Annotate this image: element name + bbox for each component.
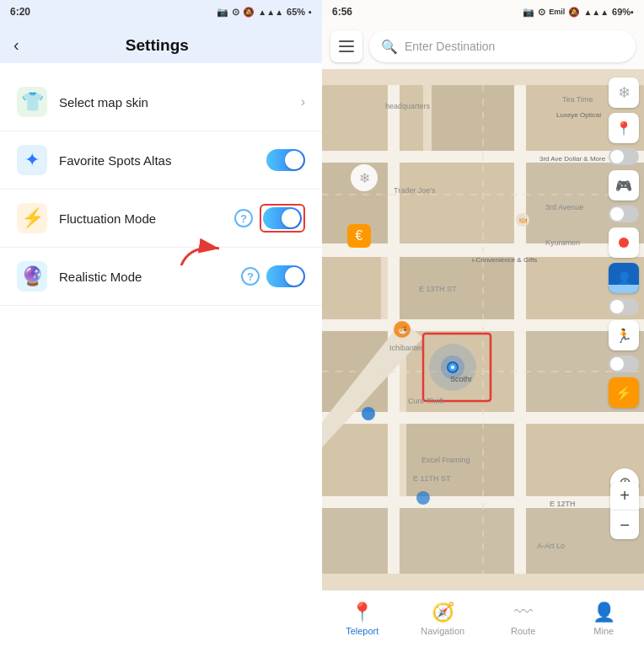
navigation-label: Navigation	[421, 626, 464, 636]
search-placeholder: Enter Destination	[405, 40, 495, 53]
side-toggle-1[interactable]	[609, 148, 639, 165]
status-bar-left: 6:20 📷⊙ 🔕 ▲▲▲ 65% ▪	[0, 0, 322, 24]
status-icons-right: 📷⊙ Emil 🔕 ▲▲▲ 69%▪	[523, 7, 634, 18]
map-search-header: 🔍 Enter Destination	[322, 24, 644, 69]
favorite-spots-label: Favorite Spots Altas	[59, 153, 266, 168]
fluctuation-toggle-highlight	[260, 204, 305, 233]
settings-item-map-skin[interactable]: 👕 Select map skin ›	[0, 73, 322, 131]
svg-text:3rd Avenue: 3rd Avenue	[545, 203, 583, 211]
settings-title: Settings	[26, 36, 288, 55]
nav-item-route[interactable]: 〰 Route	[483, 596, 564, 641]
menu-line-3	[339, 51, 354, 52]
boost-button[interactable]: ⚡	[609, 377, 639, 408]
svg-text:Tea Time: Tea Time	[562, 95, 593, 104]
back-button[interactable]: ‹	[13, 35, 19, 55]
map-side-controls: ❄ 📍 🎮 👤 🏃	[609, 78, 639, 408]
bottom-nav: 📍 Teleport 🧭 Navigation 〰 Route 👤 Mine	[322, 590, 644, 647]
svg-text:Trader Joe's: Trader Joe's	[394, 186, 436, 195]
zoom-controls: + −	[610, 482, 639, 539]
svg-rect-7	[322, 254, 381, 321]
fluctuation-help-icon[interactable]: ?	[234, 209, 253, 227]
svg-text:🍽: 🍽	[519, 217, 527, 225]
teleport-icon: 📍	[351, 602, 373, 623]
location-pin-button[interactable]: 📍	[609, 113, 639, 143]
status-icons-left: 📷⊙ 🔕 ▲▲▲ 65% ▪	[217, 7, 312, 18]
svg-text:Cure Thrift: Cure Thrift	[408, 397, 444, 405]
gamepad-button[interactable]: 🎮	[609, 170, 639, 201]
nav-item-navigation[interactable]: 🧭 Navigation	[403, 596, 484, 641]
settings-list: 👕 Select map skin › ✦ Favorite Spots Alt…	[0, 63, 322, 647]
settings-header: ‹ Settings	[0, 24, 322, 63]
run-button[interactable]: 🏃	[609, 320, 639, 350]
svg-text:3rd Ave Dollar & More: 3rd Ave Dollar & More	[539, 155, 606, 163]
realistic-label: Realistic Mode	[59, 270, 241, 284]
menu-line-1	[339, 40, 354, 42]
route-label: Route	[511, 626, 535, 636]
freeze-button[interactable]: ❄	[609, 78, 639, 108]
svg-text:❄: ❄	[359, 171, 370, 185]
svg-rect-5	[398, 161, 516, 245]
svg-text:Scothr: Scothr	[450, 375, 472, 383]
fluctuation-toggle[interactable]	[263, 207, 302, 229]
svg-point-32	[451, 366, 454, 369]
chevron-icon: ›	[301, 94, 305, 110]
svg-text:i-Convenience & Gifts: i-Convenience & Gifts	[472, 256, 537, 264]
menu-button[interactable]	[330, 30, 362, 62]
status-bar-right: 6:56 📷⊙ Emil 🔕 ▲▲▲ 69%▪	[322, 0, 644, 24]
navigation-icon: 🧭	[432, 602, 454, 623]
mine-icon: 👤	[593, 602, 615, 623]
favorite-spots-icon: ✦	[17, 145, 47, 175]
svg-text:E 13TH ST: E 13TH ST	[419, 285, 457, 293]
menu-line-2	[339, 45, 354, 47]
svg-text:Kyuramen: Kyuramen	[545, 238, 580, 247]
map-skin-icon: 👕	[17, 87, 47, 117]
side-toggle-4[interactable]	[609, 356, 639, 372]
time-left: 6:20	[10, 6, 30, 18]
svg-text:E 12TH: E 12TH	[550, 500, 576, 508]
zoom-in-button[interactable]: +	[610, 482, 639, 511]
nav-item-teleport[interactable]: 📍 Teleport	[322, 596, 403, 641]
mine-label: Mine	[593, 626, 614, 636]
svg-text:Excel Framing: Excel Framing	[421, 456, 470, 464]
teleport-label: Teleport	[346, 626, 378, 636]
svg-text:E 11TH ST: E 11TH ST	[413, 474, 451, 483]
avatar-button[interactable]: 👤	[609, 263, 639, 293]
map-canvas[interactable]: € ❄ E 13TH ST E 11TH ST E 12TH headquart…	[322, 69, 644, 590]
record-button[interactable]	[609, 227, 639, 258]
settings-item-favorite-spots[interactable]: ✦ Favorite Spots Altas	[0, 131, 322, 190]
svg-point-59	[416, 491, 430, 505]
settings-panel: 6:20 📷⊙ 🔕 ▲▲▲ 65% ▪ ‹ Settings 👕 Select …	[0, 0, 322, 647]
side-toggle-3[interactable]	[609, 298, 639, 315]
settings-item-realistic[interactable]: 🔮 Realistic Mode ?	[0, 248, 322, 306]
nav-item-mine[interactable]: 👤 Mine	[564, 596, 645, 641]
zoom-out-button[interactable]: −	[610, 511, 639, 539]
settings-item-fluctuation[interactable]: ⚡ Fluctuation Mode ?	[0, 190, 322, 248]
svg-text:headquarters: headquarters	[385, 102, 431, 110]
map-svg: € ❄ E 13TH ST E 11TH ST E 12TH headquart…	[322, 69, 644, 590]
realistic-help-icon[interactable]: ?	[241, 267, 260, 286]
route-icon: 〰	[514, 602, 533, 623]
svg-text:€: €	[356, 228, 363, 243]
realistic-icon: 🔮	[17, 261, 47, 291]
svg-text:Luxeye Optical: Luxeye Optical	[556, 111, 601, 119]
svg-rect-2	[432, 85, 516, 152]
svg-text:A-Art Lo: A-Art Lo	[537, 542, 565, 550]
svg-text:Ichibanter: Ichibanter	[389, 344, 423, 352]
side-toggle-2[interactable]	[609, 206, 639, 222]
svg-text:🍜: 🍜	[398, 325, 408, 335]
search-icon: 🔍	[381, 39, 398, 55]
fluctuation-label: Fluctuation Mode	[59, 211, 234, 226]
time-right: 6:56	[332, 6, 352, 18]
fluctuation-icon: ⚡	[17, 203, 47, 233]
favorite-spots-toggle[interactable]	[266, 149, 305, 171]
search-bar[interactable]: 🔍 Enter Destination	[369, 30, 636, 62]
map-panel: 6:56 📷⊙ Emil 🔕 ▲▲▲ 69%▪ 🔍 Enter Destinat…	[322, 0, 644, 647]
map-skin-label: Select map skin	[59, 95, 301, 110]
realistic-toggle[interactable]	[266, 265, 305, 287]
svg-point-58	[362, 407, 375, 420]
svg-rect-23	[514, 85, 526, 574]
svg-rect-1	[322, 85, 423, 152]
